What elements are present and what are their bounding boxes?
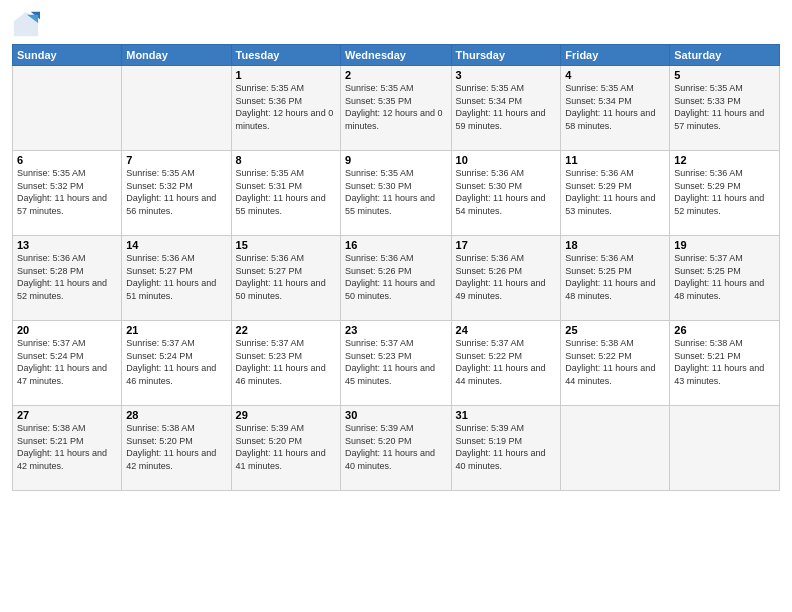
calendar-week-row: 6Sunrise: 5:35 AMSunset: 5:32 PMDaylight… (13, 151, 780, 236)
calendar-week-row: 1Sunrise: 5:35 AMSunset: 5:36 PMDaylight… (13, 66, 780, 151)
weekday-header: Tuesday (231, 45, 340, 66)
day-number: 28 (126, 409, 226, 421)
day-info: Sunrise: 5:36 AMSunset: 5:29 PMDaylight:… (565, 167, 665, 217)
day-number: 11 (565, 154, 665, 166)
day-info: Sunrise: 5:36 AMSunset: 5:29 PMDaylight:… (674, 167, 775, 217)
calendar-cell: 25Sunrise: 5:38 AMSunset: 5:22 PMDayligh… (561, 321, 670, 406)
calendar-cell: 7Sunrise: 5:35 AMSunset: 5:32 PMDaylight… (122, 151, 231, 236)
day-info: Sunrise: 5:35 AMSunset: 5:33 PMDaylight:… (674, 82, 775, 132)
calendar-cell: 19Sunrise: 5:37 AMSunset: 5:25 PMDayligh… (670, 236, 780, 321)
day-number: 6 (17, 154, 117, 166)
day-number: 10 (456, 154, 557, 166)
day-number: 7 (126, 154, 226, 166)
calendar-cell: 12Sunrise: 5:36 AMSunset: 5:29 PMDayligh… (670, 151, 780, 236)
day-number: 27 (17, 409, 117, 421)
day-number: 26 (674, 324, 775, 336)
day-info: Sunrise: 5:35 AMSunset: 5:35 PMDaylight:… (345, 82, 446, 132)
day-info: Sunrise: 5:37 AMSunset: 5:25 PMDaylight:… (674, 252, 775, 302)
day-info: Sunrise: 5:39 AMSunset: 5:20 PMDaylight:… (345, 422, 446, 472)
calendar-week-row: 20Sunrise: 5:37 AMSunset: 5:24 PMDayligh… (13, 321, 780, 406)
day-number: 1 (236, 69, 336, 81)
day-number: 15 (236, 239, 336, 251)
calendar-cell: 2Sunrise: 5:35 AMSunset: 5:35 PMDaylight… (341, 66, 451, 151)
calendar-cell: 27Sunrise: 5:38 AMSunset: 5:21 PMDayligh… (13, 406, 122, 491)
calendar-cell: 28Sunrise: 5:38 AMSunset: 5:20 PMDayligh… (122, 406, 231, 491)
day-number: 29 (236, 409, 336, 421)
calendar-cell: 5Sunrise: 5:35 AMSunset: 5:33 PMDaylight… (670, 66, 780, 151)
day-info: Sunrise: 5:35 AMSunset: 5:34 PMDaylight:… (565, 82, 665, 132)
calendar-cell: 29Sunrise: 5:39 AMSunset: 5:20 PMDayligh… (231, 406, 340, 491)
day-number: 4 (565, 69, 665, 81)
day-number: 23 (345, 324, 446, 336)
day-number: 25 (565, 324, 665, 336)
day-info: Sunrise: 5:36 AMSunset: 5:27 PMDaylight:… (126, 252, 226, 302)
calendar-cell: 16Sunrise: 5:36 AMSunset: 5:26 PMDayligh… (341, 236, 451, 321)
day-number: 24 (456, 324, 557, 336)
weekday-header: Wednesday (341, 45, 451, 66)
day-info: Sunrise: 5:35 AMSunset: 5:31 PMDaylight:… (236, 167, 336, 217)
day-info: Sunrise: 5:37 AMSunset: 5:24 PMDaylight:… (126, 337, 226, 387)
day-number: 22 (236, 324, 336, 336)
day-info: Sunrise: 5:35 AMSunset: 5:32 PMDaylight:… (17, 167, 117, 217)
main-container: SundayMondayTuesdayWednesdayThursdayFrid… (0, 0, 792, 499)
day-info: Sunrise: 5:38 AMSunset: 5:22 PMDaylight:… (565, 337, 665, 387)
day-number: 19 (674, 239, 775, 251)
day-number: 20 (17, 324, 117, 336)
calendar-table: SundayMondayTuesdayWednesdayThursdayFrid… (12, 44, 780, 491)
calendar-cell: 24Sunrise: 5:37 AMSunset: 5:22 PMDayligh… (451, 321, 561, 406)
calendar-cell: 1Sunrise: 5:35 AMSunset: 5:36 PMDaylight… (231, 66, 340, 151)
calendar-cell: 23Sunrise: 5:37 AMSunset: 5:23 PMDayligh… (341, 321, 451, 406)
logo (12, 10, 44, 38)
weekday-header: Monday (122, 45, 231, 66)
day-info: Sunrise: 5:37 AMSunset: 5:23 PMDaylight:… (236, 337, 336, 387)
weekday-header: Saturday (670, 45, 780, 66)
day-info: Sunrise: 5:36 AMSunset: 5:30 PMDaylight:… (456, 167, 557, 217)
day-info: Sunrise: 5:36 AMSunset: 5:26 PMDaylight:… (345, 252, 446, 302)
day-info: Sunrise: 5:37 AMSunset: 5:24 PMDaylight:… (17, 337, 117, 387)
day-number: 5 (674, 69, 775, 81)
calendar-cell (561, 406, 670, 491)
day-info: Sunrise: 5:35 AMSunset: 5:34 PMDaylight:… (456, 82, 557, 132)
day-number: 2 (345, 69, 446, 81)
day-number: 8 (236, 154, 336, 166)
day-info: Sunrise: 5:38 AMSunset: 5:21 PMDaylight:… (17, 422, 117, 472)
calendar-cell: 4Sunrise: 5:35 AMSunset: 5:34 PMDaylight… (561, 66, 670, 151)
day-info: Sunrise: 5:36 AMSunset: 5:26 PMDaylight:… (456, 252, 557, 302)
day-number: 31 (456, 409, 557, 421)
day-info: Sunrise: 5:38 AMSunset: 5:21 PMDaylight:… (674, 337, 775, 387)
day-info: Sunrise: 5:36 AMSunset: 5:28 PMDaylight:… (17, 252, 117, 302)
weekday-header: Sunday (13, 45, 122, 66)
calendar-cell: 15Sunrise: 5:36 AMSunset: 5:27 PMDayligh… (231, 236, 340, 321)
day-number: 30 (345, 409, 446, 421)
header-row (12, 10, 780, 38)
day-info: Sunrise: 5:36 AMSunset: 5:27 PMDaylight:… (236, 252, 336, 302)
calendar-cell (13, 66, 122, 151)
calendar-cell: 18Sunrise: 5:36 AMSunset: 5:25 PMDayligh… (561, 236, 670, 321)
calendar-cell: 21Sunrise: 5:37 AMSunset: 5:24 PMDayligh… (122, 321, 231, 406)
calendar-cell: 8Sunrise: 5:35 AMSunset: 5:31 PMDaylight… (231, 151, 340, 236)
day-number: 3 (456, 69, 557, 81)
day-number: 9 (345, 154, 446, 166)
day-info: Sunrise: 5:35 AMSunset: 5:36 PMDaylight:… (236, 82, 336, 132)
day-number: 18 (565, 239, 665, 251)
calendar-cell: 11Sunrise: 5:36 AMSunset: 5:29 PMDayligh… (561, 151, 670, 236)
day-number: 17 (456, 239, 557, 251)
calendar-cell: 14Sunrise: 5:36 AMSunset: 5:27 PMDayligh… (122, 236, 231, 321)
day-info: Sunrise: 5:39 AMSunset: 5:20 PMDaylight:… (236, 422, 336, 472)
calendar-cell: 10Sunrise: 5:36 AMSunset: 5:30 PMDayligh… (451, 151, 561, 236)
day-info: Sunrise: 5:36 AMSunset: 5:25 PMDaylight:… (565, 252, 665, 302)
calendar-week-row: 27Sunrise: 5:38 AMSunset: 5:21 PMDayligh… (13, 406, 780, 491)
calendar-cell: 26Sunrise: 5:38 AMSunset: 5:21 PMDayligh… (670, 321, 780, 406)
calendar-cell: 3Sunrise: 5:35 AMSunset: 5:34 PMDaylight… (451, 66, 561, 151)
day-number: 13 (17, 239, 117, 251)
day-info: Sunrise: 5:39 AMSunset: 5:19 PMDaylight:… (456, 422, 557, 472)
day-number: 12 (674, 154, 775, 166)
calendar-cell: 6Sunrise: 5:35 AMSunset: 5:32 PMDaylight… (13, 151, 122, 236)
day-number: 14 (126, 239, 226, 251)
calendar-cell: 31Sunrise: 5:39 AMSunset: 5:19 PMDayligh… (451, 406, 561, 491)
calendar-week-row: 13Sunrise: 5:36 AMSunset: 5:28 PMDayligh… (13, 236, 780, 321)
calendar-cell (122, 66, 231, 151)
calendar-cell: 17Sunrise: 5:36 AMSunset: 5:26 PMDayligh… (451, 236, 561, 321)
day-number: 21 (126, 324, 226, 336)
day-info: Sunrise: 5:35 AMSunset: 5:30 PMDaylight:… (345, 167, 446, 217)
